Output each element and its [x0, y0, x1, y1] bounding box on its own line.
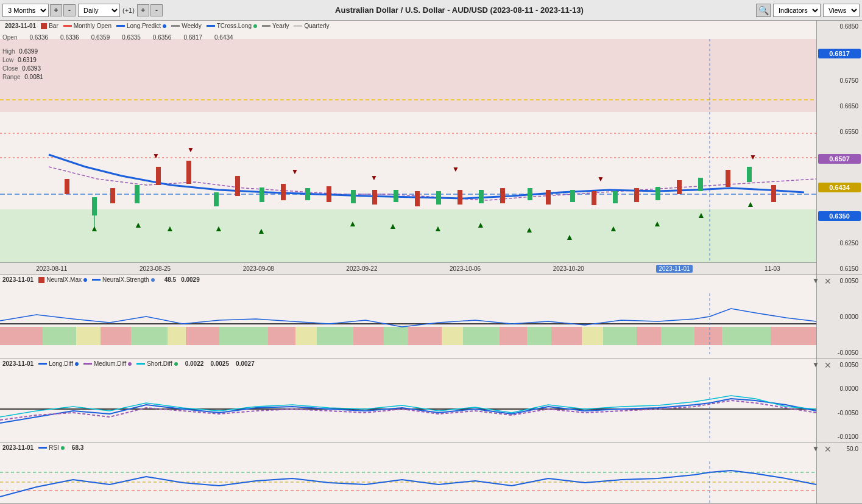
svg-text:▲: ▲: [257, 226, 266, 236]
monthly-open-icon: [63, 25, 72, 27]
svg-rect-45: [186, 161, 191, 184]
svg-rect-39: [65, 179, 69, 194]
medium-diff-icon: [83, 363, 92, 365]
rsi-svg[interactable]: [0, 461, 816, 503]
high-row: High 0.6399: [2, 47, 43, 56]
main-chart-panel: 2023-11-01 Bar Monthly Open Long.Predict…: [0, 21, 862, 275]
svg-rect-119: [722, 327, 771, 345]
time-0922: 2023-09-22: [346, 265, 377, 272]
right-controls: Indicators Views: [773, 4, 860, 17]
svg-rect-69: [726, 170, 730, 187]
increment-minus-btn[interactable]: -: [150, 4, 163, 16]
open-val1: 0.6336: [29, 34, 48, 41]
open-label: Open: [2, 34, 17, 41]
svg-rect-59: [500, 188, 505, 203]
monthly-open-legend: Monthly Open: [63, 23, 111, 29]
svg-rect-103: [268, 327, 295, 345]
increment-plus-btn[interactable]: +: [137, 4, 149, 16]
svg-rect-115: [603, 327, 637, 345]
svg-rect-110: [463, 327, 500, 345]
diff-vals-row: 0.0022 0.0025 0.0027: [185, 360, 255, 367]
diff-close-btn[interactable]: ✕: [824, 360, 832, 370]
time-1020: 2023-10-20: [553, 265, 584, 272]
neuralex-price-axis: 0.0050 0.0000 -0.0050: [816, 275, 862, 359]
rsi-val-display: 68.3: [72, 444, 83, 451]
rsi-close-btn[interactable]: ✕: [824, 444, 832, 454]
svg-rect-41: [110, 188, 115, 203]
neuralex-max-label: NeuralX.Max: [46, 276, 82, 283]
close-val: 0.6393: [22, 65, 41, 72]
diff-date: 2023-11-01: [2, 360, 34, 367]
svg-rect-114: [582, 327, 603, 345]
neuralex-max-legend: NeuralX.Max: [38, 276, 87, 283]
rsi-expand-btn[interactable]: ▼: [812, 444, 819, 453]
indicators-select[interactable]: Indicators: [773, 4, 821, 17]
high-label: High: [2, 48, 15, 55]
bar-legend-label: Bar: [49, 23, 58, 29]
short-diff-icon: [136, 363, 145, 365]
badge-6434: 0.6434: [818, 183, 861, 192]
neuralex-strength-val: 0.0029: [181, 276, 200, 283]
svg-rect-71: [771, 185, 776, 202]
medium-diff-label: Medium.Diff: [94, 360, 126, 367]
diff-panel: 2023-11-01 Long.Diff Medium.Diff Short.D…: [0, 359, 862, 443]
neuralex-expand-btn[interactable]: ▼: [812, 276, 819, 285]
yearly-legend: Yearly: [262, 23, 289, 29]
diff-expand-btn[interactable]: ▼: [812, 360, 819, 369]
neuralex-svg[interactable]: [0, 293, 816, 354]
views-select[interactable]: Views: [823, 4, 860, 17]
svg-text:▲: ▲: [214, 223, 223, 233]
weekly-icon: [171, 25, 180, 27]
short-diff-dot: [174, 362, 178, 366]
svg-rect-104: [295, 327, 317, 345]
quarterly-legend: Quarterly: [294, 23, 329, 29]
open-val5: 0.6356: [153, 34, 172, 41]
neuralex-price-0000: 0.0000: [818, 313, 861, 320]
svg-rect-120: [771, 327, 816, 345]
date-label: 2023-11-01: [5, 23, 36, 29]
svg-text:▲: ▲: [476, 220, 485, 229]
rsi-legend: 2023-11-01 RSI 68.3: [2, 444, 83, 451]
svg-rect-25: [479, 190, 484, 203]
svg-rect-63: [592, 191, 596, 205]
svg-rect-109: [442, 327, 463, 345]
svg-rect-105: [317, 327, 353, 345]
period-group: 3 Months 1 Day 1 Week 1 Month 6 Months 1…: [2, 4, 76, 17]
interval-select[interactable]: Daily Weekly Monthly: [78, 4, 120, 17]
price-0685: 0.6850: [818, 23, 861, 30]
neuralex-close-btn[interactable]: ✕: [824, 276, 832, 286]
svg-rect-43: [156, 167, 161, 185]
period-minus-btn[interactable]: -: [63, 4, 76, 16]
svg-rect-118: [694, 327, 722, 345]
main-chart-svg[interactable]: ▼ ▼ ▼ ▼ ▼ ▼ ▼ ▲ ▲ ▲ ▲ ▲ ▲ ▲ ▲ ▲ ▲ ▲ ▲ ▲ …: [0, 39, 816, 264]
svg-rect-23: [436, 191, 441, 205]
long-diff-dot: [75, 362, 79, 366]
open-val4: 0.6335: [122, 34, 141, 41]
badge-6817: 0.6817: [818, 49, 861, 58]
open-values-row: Open 0.6336 0.6336 0.6359 0.6335 0.6356 …: [2, 34, 813, 41]
svg-rect-112: [527, 327, 551, 345]
diff-legend: 2023-11-01 Long.Diff Medium.Diff Short.D…: [2, 360, 255, 367]
open-val7: 0.6434: [214, 34, 233, 41]
neuralex-panel: 2023-11-01 NeuralX.Max NeuralX.Strength …: [0, 275, 862, 359]
svg-rect-53: [372, 190, 377, 205]
rsi-legend-item: RSI: [38, 444, 65, 451]
svg-text:▼: ▼: [152, 152, 160, 160]
neuralex-max-val-display: 48.5: [164, 276, 176, 283]
svg-text:▼: ▼: [452, 165, 459, 173]
svg-rect-29: [570, 190, 575, 202]
time-1006: 2023-10-06: [450, 265, 481, 272]
period-plus-btn[interactable]: +: [50, 4, 62, 16]
svg-rect-57: [457, 190, 462, 205]
yearly-label: Yearly: [272, 23, 289, 29]
neuralex-max-icon: [38, 277, 44, 283]
period-select[interactable]: 3 Months 1 Day 1 Week 1 Month 6 Months 1…: [2, 4, 49, 17]
svg-rect-113: [551, 327, 582, 345]
svg-rect-49: [281, 184, 286, 200]
tcross-label: TCross.Long: [217, 23, 252, 29]
long-diff-legend: Long.Diff: [38, 360, 79, 367]
diff-svg[interactable]: [0, 377, 816, 441]
weekly-legend: Weekly: [171, 23, 202, 29]
svg-rect-106: [353, 327, 384, 345]
search-button[interactable]: 🔍: [756, 4, 771, 17]
